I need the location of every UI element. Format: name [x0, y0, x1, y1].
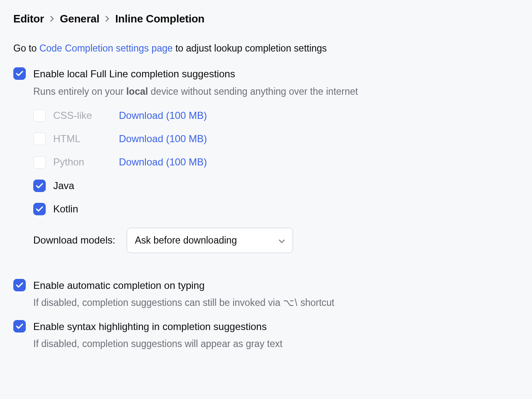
- shortcut-text: ⌥\: [283, 297, 298, 308]
- breadcrumb-current: Inline Completion: [115, 12, 204, 26]
- lang-css-checkbox: [33, 109, 46, 122]
- intro-pre: Go to: [13, 43, 39, 54]
- full-line-checkbox[interactable]: [13, 67, 26, 80]
- download-models-label: Download models:: [33, 234, 115, 247]
- code-completion-settings-link[interactable]: Code Completion settings page: [39, 43, 173, 54]
- breadcrumb: Editor General Inline Completion: [13, 12, 519, 26]
- auto-typing-label: Enable automatic completion on typing: [33, 279, 519, 292]
- lang-kotlin-label: Kotlin: [53, 202, 111, 216]
- lang-python-download-link[interactable]: Download (100 MB): [119, 155, 207, 169]
- chevron-right-icon: [105, 14, 109, 25]
- lang-python-label: Python: [53, 155, 111, 169]
- download-models-value: Ask before downloading: [135, 235, 237, 246]
- auto-typing-desc: If disabled, completion suggestions can …: [33, 296, 519, 309]
- syntax-hl-label: Enable syntax highlighting in completion…: [33, 320, 519, 333]
- lang-java-checkbox[interactable]: [33, 180, 46, 192]
- lang-html-label: HTML: [53, 132, 111, 145]
- intro-post: to adjust lookup completion settings: [173, 43, 327, 54]
- lang-css-label: CSS-like: [53, 109, 111, 122]
- chevron-right-icon: [50, 14, 54, 25]
- lang-kotlin-checkbox[interactable]: [33, 203, 46, 215]
- lang-python-checkbox: [33, 156, 46, 169]
- syntax-hl-checkbox[interactable]: [13, 320, 26, 332]
- breadcrumb-general[interactable]: General: [60, 12, 99, 26]
- intro-text: Go to Code Completion settings page to a…: [13, 42, 519, 55]
- full-line-desc: Runs entirely on your local device witho…: [33, 85, 519, 98]
- syntax-hl-desc: If disabled, completion suggestions will…: [33, 337, 519, 350]
- lang-java-label: Java: [53, 179, 111, 192]
- chevron-down-icon: [278, 234, 285, 247]
- download-models-select[interactable]: Ask before downloading: [127, 228, 293, 253]
- lang-html-checkbox: [33, 133, 46, 145]
- lang-html-download-link[interactable]: Download (100 MB): [119, 132, 207, 145]
- full-line-label: Enable local Full Line completion sugges…: [33, 67, 519, 81]
- breadcrumb-editor[interactable]: Editor: [13, 12, 44, 26]
- auto-typing-checkbox[interactable]: [13, 279, 26, 291]
- lang-css-download-link[interactable]: Download (100 MB): [119, 109, 207, 122]
